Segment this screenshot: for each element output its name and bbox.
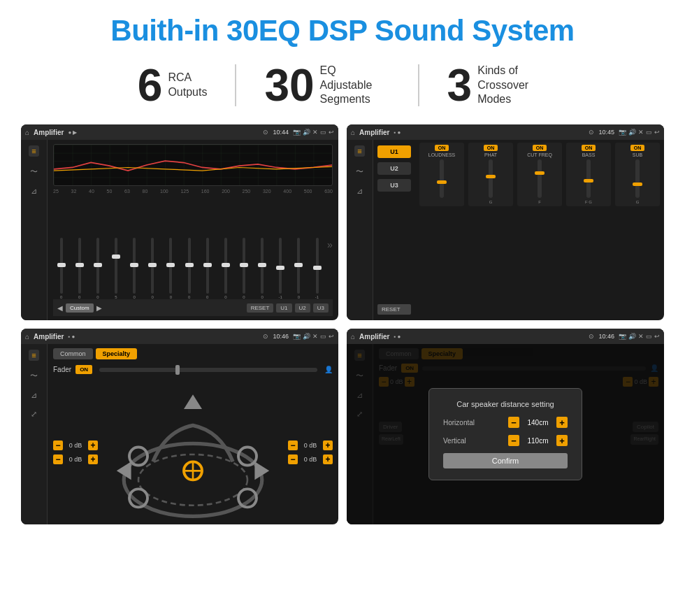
cx-phat-on[interactable]: ON [484,145,498,151]
fader-back-icon[interactable]: ↩ [329,333,334,340]
cx-home-icon[interactable]: ⌂ [351,129,355,136]
cx-loudness-label: LOUDNESS [428,152,456,157]
eq-sidebar-speaker-icon[interactable]: ⊿ [31,187,37,196]
fader-vol-icon: 🔊 [303,333,310,340]
cx-time: 10:45 [598,129,614,136]
cx-preset-u3[interactable]: U3 [377,179,411,192]
cx-bass-on[interactable]: ON [582,145,596,151]
eq-home-icon[interactable]: ⌂ [25,129,29,136]
fader-sidebar-wave-icon[interactable]: 〜 [30,371,38,381]
dialog-horizontal-label: Horizontal [443,419,475,427]
eq-sidebar-eq-icon[interactable]: ≡ [29,145,38,157]
fader-tl-minus[interactable]: − [53,440,63,450]
eq-reset-btn[interactable]: RESET [247,303,274,313]
fader-br-plus[interactable]: + [323,454,333,464]
dlg-body: ≡ 〜 ⊿ ⤢ Common Specialty Fader ON 👤 [347,344,664,524]
stat-number-crossover: 3 [447,63,473,108]
fader-tl-plus[interactable]: + [88,440,98,450]
fader-status-icons: 📷 🔊 ✕ ▭ ↩ [293,333,334,340]
cx-reset-btn[interactable]: RESET [377,304,411,315]
fader-tr-value: 0 dB [300,442,321,449]
eq-slider-1: 0 [71,238,87,299]
fader-label: Fader [53,366,71,373]
fader-sidebar-arrows-icon[interactable]: ⤢ [31,410,37,419]
cx-location-icon: ⊙ [589,129,594,136]
eq-title: Amplifier [34,129,64,136]
dlg-cam-icon: 📷 [619,333,626,340]
dialog-vertical-row: Vertical − 110cm + [443,435,568,446]
fader-tab-common[interactable]: Common [53,348,93,359]
eq-u1-btn[interactable]: U1 [276,303,291,313]
fader-time: 10:46 [273,333,289,340]
eq-graph [53,144,333,186]
fader-sidebar-eq-icon[interactable]: ≡ [29,350,38,361]
cx-preset-u2[interactable]: U2 [377,162,411,175]
cx-back-icon[interactable]: ↩ [654,129,660,136]
cx-preset-u1[interactable]: U1 [377,145,411,158]
cx-sub-on[interactable]: ON [630,145,645,151]
stats-row: 6 RCAOutputs 30 EQ AdjustableSegments 3 … [21,63,664,108]
eq-prev-btn[interactable]: ◀ [57,304,63,312]
eq-status-dots: ● ▶ [68,129,77,136]
fader-on-btn[interactable]: ON [75,365,92,374]
dialog-vertical-plus[interactable]: + [556,435,568,446]
fader-sidebar-speaker-icon[interactable]: ⊿ [31,391,37,400]
stat-number-eq: 30 [264,63,314,108]
eq-freq-labels: 25 32 40 50 63 80 100 125 160 200 250 32… [53,189,333,194]
eq-slider-12: -1 [273,238,289,299]
fader-br-minus[interactable]: − [288,454,298,464]
fader-tl-value: 0 dB [65,442,86,449]
cx-cutfreq-on[interactable]: ON [533,145,547,151]
dialog-confirm-button[interactable]: Confirm [443,453,568,468]
eq-status-icons: 📷 🔊 ✕ ▭ ↩ [293,129,334,136]
dialog-horizontal-plus[interactable]: + [556,417,568,428]
dlg-home-icon[interactable]: ⌂ [351,333,355,341]
fader-x-icon: ✕ [312,333,318,340]
dlg-status-dots: ▪ ● [394,334,401,340]
fader-car-svg [102,378,284,524]
fader-bl-minus[interactable]: − [53,454,63,464]
eq-u2-btn[interactable]: U2 [295,303,310,313]
screen-fader: ⌂ Amplifier ▪ ● ⊙ 10:46 📷 🔊 ✕ ▭ ↩ ≡ 〜 [21,329,338,524]
cx-cutfreq-label: CUT FREQ [527,152,552,157]
svg-marker-10 [184,394,202,409]
dlg-rect-icon: ▭ [646,333,652,340]
cx-sidebar-speaker-icon[interactable]: ⊿ [356,187,363,196]
dialog-overlay: Car speaker distance setting Horizontal … [347,344,664,524]
cx-bass-label: BASS [582,152,596,157]
eq-u3-btn[interactable]: U3 [313,303,329,313]
eq-bottom-bar: ◀ Custom ▶ RESET U1 U2 U3 [53,299,333,316]
cx-sidebar-wave-icon[interactable]: 〜 [356,166,363,177]
cx-sub-val: G [636,200,640,204]
cx-control-cutfreq: ON CUT FREQ F [517,143,562,206]
eq-slider-3: 5 [108,238,124,299]
fader-tab-specialty[interactable]: Specialty [96,348,138,359]
fader-tabs: Common Specialty [53,348,333,359]
cx-control-bass: ON BASS F G [566,143,611,206]
dialog-horizontal-row: Horizontal − 140cm + [443,417,568,428]
fader-tr-minus[interactable]: − [288,440,298,450]
eq-scroll-right[interactable]: » [327,239,333,250]
eq-back-icon[interactable]: ↩ [329,129,334,136]
dlg-back-icon[interactable]: ↩ [654,333,660,340]
fader-tr-plus[interactable]: + [323,440,333,450]
cx-main-area: ON LOUDNESS ON PHAT G ON CUT FREQ [415,140,664,320]
stat-crossover: 3 Kinds ofCrossover Modes [419,63,576,108]
cx-sidebar-eq-icon[interactable]: ≡ [354,145,364,157]
fader-bl-plus[interactable]: + [88,454,98,464]
eq-main-area: 25 32 40 50 63 80 100 125 160 200 250 32… [48,140,338,320]
dialog-vertical-value: 110cm [522,437,554,445]
stat-label-rca: RCAOutputs [168,71,207,100]
dialog-horizontal-control: − 140cm + [508,417,568,428]
eq-next-btn[interactable]: ▶ [96,304,102,312]
cx-loudness-on[interactable]: ON [435,145,449,151]
fader-title: Amplifier [34,333,64,341]
fader-person-icon[interactable]: 👤 [324,366,333,373]
eq-custom-btn[interactable]: Custom [66,303,94,313]
dialog-vertical-minus[interactable]: − [508,435,519,446]
fader-home-icon[interactable]: ⌂ [25,333,29,341]
dialog-horizontal-minus[interactable]: − [508,417,519,428]
cx-topbar: ⌂ Amplifier ▪ ● ⊙ 10:45 📷 🔊 ✕ ▭ ↩ [347,124,664,140]
cx-control-sub: ON SUB G [615,143,660,206]
eq-sidebar-wave-icon[interactable]: 〜 [30,166,38,177]
